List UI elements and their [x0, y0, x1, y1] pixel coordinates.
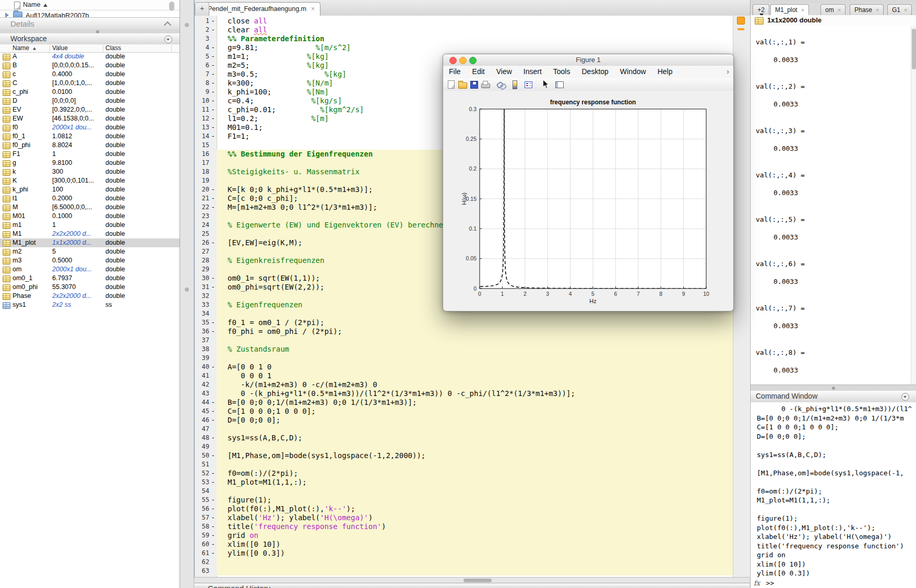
mini-scrollbar-thumb[interactable] — [169, 2, 174, 11]
value-entry-value: 0.0033 — [756, 277, 805, 286]
current-folder-column-header[interactable]: Name — [0, 0, 180, 10]
workspace-row[interactable]: m25double — [0, 247, 180, 256]
command-history-titlebar[interactable]: Command History — [194, 583, 750, 588]
warning-marker[interactable] — [737, 28, 744, 30]
menu-edit[interactable]: Edit — [467, 67, 491, 76]
close-icon[interactable]: × — [904, 7, 907, 13]
workspace-row[interactable]: M010.1000double — [0, 212, 180, 221]
workspace-row[interactable]: om0_phi55.3070double — [0, 283, 180, 292]
document-tab-G1[interactable]: G1× — [887, 4, 912, 16]
new-tab-button[interactable]: + — [195, 2, 209, 16]
variable-grid-icon — [3, 71, 10, 78]
menu-overflow-icon[interactable]: › — [727, 67, 729, 76]
svg-text:7: 7 — [637, 291, 640, 297]
chevron-up-icon[interactable] — [164, 21, 171, 29]
sort-ascending-icon — [33, 47, 36, 50]
menu-insert[interactable]: Insert — [518, 67, 548, 76]
workspace-row[interactable]: k300double — [0, 167, 180, 176]
menu-desktop[interactable]: Desktop — [576, 67, 614, 76]
menu-view[interactable]: View — [491, 67, 518, 76]
menu-tools[interactable]: Tools — [548, 67, 576, 76]
workspace-row[interactable]: f0_phi8.8024double — [0, 141, 180, 150]
line-number: 53 — [195, 478, 209, 487]
workspace-row[interactable]: M12x2x2000 d...double — [0, 230, 180, 238]
workspace-row[interactable]: M1_plot1x1x2000 d...double — [0, 238, 180, 247]
close-icon[interactable]: × — [876, 7, 879, 13]
workspace-row[interactable]: C[1,0,0,0;1,0,...double — [0, 79, 180, 88]
workspace-row[interactable]: c0.4000double — [0, 70, 180, 79]
executable-marker — [209, 230, 217, 238]
workspace-row[interactable]: D[0,0;0,0]double — [0, 97, 180, 105]
workspace-row[interactable]: K[300,0;0,101...double — [0, 176, 180, 185]
workspace-row[interactable]: f02000x1 dou...double — [0, 123, 180, 132]
open-folder-icon[interactable] — [458, 80, 467, 89]
workspace-row[interactable]: M[6.5000,0;0,...double — [0, 203, 180, 212]
document-tab-Phase[interactable]: Phase× — [850, 4, 884, 16]
column-header-value[interactable]: Value — [52, 44, 68, 52]
workspace-row[interactable]: F11double — [0, 150, 180, 159]
edit-plot-cursor-icon[interactable] — [541, 80, 551, 89]
variable-values-panel[interactable]: val(:,:,1) =0.0033val(:,:,2) =0.0033val(… — [751, 26, 916, 385]
workspace-row[interactable]: B[0,0;0,0;0.15...double — [0, 61, 180, 70]
command-prompt[interactable]: fx >> — [754, 578, 774, 586]
plot-browser-icon[interactable] — [555, 80, 564, 89]
column-header-name[interactable]: Name — [13, 44, 37, 52]
executable-marker — [209, 301, 217, 309]
save-icon[interactable] — [469, 80, 479, 89]
close-icon[interactable]: × — [838, 7, 841, 13]
menu-help[interactable]: Help — [652, 67, 679, 76]
values-scrollbar[interactable] — [911, 26, 916, 385]
documents-overflow-tab[interactable]: +2 — [753, 4, 769, 16]
close-icon[interactable]: × — [311, 5, 315, 13]
workspace-row[interactable]: om0_16.7937double — [0, 274, 180, 283]
folder-row[interactable]: Aufl12MatlabR2007b — [5, 10, 89, 17]
scrollbar-thumb[interactable] — [463, 579, 492, 582]
variable-grid-icon — [3, 275, 10, 282]
workspace-row[interactable]: A4x4 doubledouble — [0, 52, 180, 61]
command-window-menu-button[interactable] — [901, 393, 909, 401]
warning-status-square[interactable] — [737, 17, 745, 25]
workspace-row[interactable]: m11double — [0, 221, 180, 230]
figure-window[interactable]: Figure 1 FileEditViewInsertToolsDesktopW… — [443, 54, 734, 311]
executable-marker — [209, 371, 217, 380]
workspace-row[interactable]: EV[0.3922,0;0,...double — [0, 105, 180, 114]
disclosure-triangle-icon[interactable] — [5, 13, 9, 17]
workspace-row[interactable]: m30.5000double — [0, 256, 180, 265]
variable-class: double — [105, 274, 125, 283]
variable-grid-icon — [3, 63, 10, 69]
document-tab-M1_plot[interactable]: M1_plot× — [770, 4, 809, 16]
document-tab-om[interactable]: om× — [820, 4, 846, 16]
variable-grid-icon — [3, 249, 10, 256]
workspace-row[interactable]: l10.2000double — [0, 194, 180, 203]
insert-legend-icon[interactable] — [524, 80, 533, 89]
editor-line: 42 -k/(m1+m2+m3) 0 -c/(m1+m2+m3) 0 — [195, 380, 750, 389]
column-header-class[interactable]: Class — [105, 44, 121, 52]
editor-tab[interactable]: Pendel_mit_Federaufhaengung.m× — [202, 2, 320, 16]
workspace-row[interactable]: om2000x1 dou...double — [0, 265, 180, 274]
editor-message-indicator-bar[interactable] — [733, 16, 750, 578]
scrollbar-thumb[interactable] — [912, 29, 916, 69]
figure-titlebar[interactable]: Figure 1 — [443, 54, 733, 66]
workspace-row[interactable]: g9.8100double — [0, 159, 180, 167]
vertical-splitter[interactable] — [180, 0, 194, 588]
frequency-response-plot: 01234567891000.050.10.150.20.250.3freque… — [443, 91, 733, 310]
menu-window[interactable]: Window — [614, 67, 652, 76]
value-entry-value: 0.0033 — [756, 55, 805, 64]
workspace-row[interactable]: f0_11.0812double — [0, 132, 180, 141]
insert-colorbar-icon[interactable] — [510, 80, 519, 89]
workspace-menu-button[interactable] — [164, 35, 172, 43]
variable-class: double — [105, 212, 125, 221]
print-icon[interactable] — [481, 80, 490, 89]
menu-file[interactable]: File — [443, 67, 467, 76]
command-window[interactable]: 0 -(k_phi+g*l1*(0.5*m1+m3))/(l1^ B=[0 0;… — [751, 402, 916, 588]
close-icon[interactable]: × — [801, 7, 804, 13]
workspace-row[interactable]: c_phi0.0100double — [0, 88, 180, 97]
workspace-row[interactable]: sys12x2 ssss — [0, 301, 180, 309]
new-document-icon[interactable] — [446, 80, 456, 89]
details-bar[interactable]: Details — [0, 17, 180, 30]
link-plot-icon[interactable] — [496, 80, 506, 89]
workspace-row[interactable]: Phase2x2x2000 d...double — [0, 292, 180, 301]
matlab-desktop: Name Aufl12MatlabR2007b Details Workspac… — [0, 0, 916, 588]
workspace-row[interactable]: EW[46.1538,0;0...double — [0, 114, 180, 123]
workspace-row[interactable]: k_phi100double — [0, 185, 180, 194]
